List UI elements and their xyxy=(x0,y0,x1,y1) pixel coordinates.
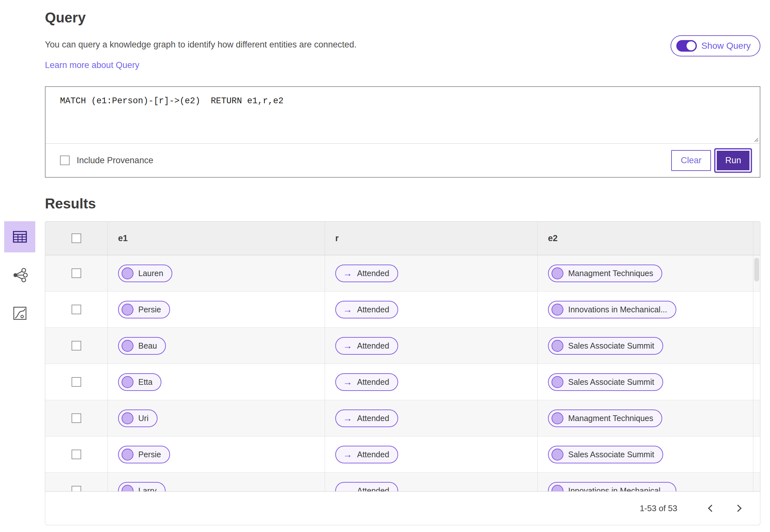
relation-pill[interactable]: → Attended xyxy=(335,265,398,282)
cell-e2: Innovations in Mechanical... xyxy=(538,473,753,492)
query-description: You can query a knowledge graph to ident… xyxy=(45,35,356,50)
table-view-button[interactable] xyxy=(4,221,35,252)
table-row: Lauren → Attended Managment Techniques xyxy=(45,255,760,291)
row-scrollbar-cell xyxy=(753,291,760,327)
entity-pill[interactable]: Sales Associate Summit xyxy=(548,373,663,391)
query-input[interactable]: MATCH (e1:Person)-[r]->(e2) RETURN e1,r,… xyxy=(46,87,760,143)
resize-handle-icon[interactable] xyxy=(753,136,758,142)
row-checkbox[interactable] xyxy=(72,486,81,492)
entity-node-icon xyxy=(552,304,563,316)
cell-e2: Sales Associate Summit xyxy=(538,436,753,472)
cell-e1: Uri xyxy=(108,400,325,436)
row-scrollbar-cell xyxy=(753,436,760,472)
relation-pill[interactable]: → Attended xyxy=(335,373,398,391)
cell-r: → Attended xyxy=(325,328,538,364)
entity-pill[interactable]: Innovations in Mechanical... xyxy=(548,301,676,318)
relation-pill[interactable]: → Attended xyxy=(335,446,398,463)
row-scrollbar-cell xyxy=(753,328,760,364)
column-header-r: r xyxy=(325,222,538,255)
cell-r: → Attended xyxy=(325,473,538,492)
entity-node-icon xyxy=(122,304,133,316)
query-page: Query You can query a knowledge graph to… xyxy=(0,0,770,525)
relation-arrow-icon: → xyxy=(343,269,352,278)
cell-r: → Attended xyxy=(325,255,538,291)
entity-pill[interactable]: Etta xyxy=(118,373,161,391)
row-checkbox-cell xyxy=(45,328,108,364)
entity-pill-label: Lauren xyxy=(138,269,163,278)
entity-node-icon xyxy=(552,485,563,492)
graph-icon xyxy=(12,267,28,283)
entity-node-icon xyxy=(122,485,133,492)
entity-pill[interactable]: Persie xyxy=(118,301,170,318)
entity-pill-label: Persie xyxy=(138,450,161,459)
row-scrollbar-cell xyxy=(753,364,760,400)
pagination-bar: 1-53 of 53 xyxy=(45,491,760,525)
relation-pill-label: Attended xyxy=(357,377,389,387)
relation-pill[interactable]: → Attended xyxy=(335,337,398,355)
row-checkbox[interactable] xyxy=(72,341,81,350)
entity-node-icon xyxy=(552,449,563,460)
row-checkbox[interactable] xyxy=(72,413,81,423)
fit-line-view-button[interactable] xyxy=(4,298,35,329)
row-checkbox[interactable] xyxy=(72,305,81,314)
relation-pill[interactable]: → Attended xyxy=(335,301,398,318)
table-row: Etta → Attended Sales Associate Summit xyxy=(45,364,760,400)
relation-arrow-icon: → xyxy=(343,486,352,492)
entity-pill-label: Larry xyxy=(138,486,156,492)
row-checkbox[interactable] xyxy=(72,377,81,387)
show-query-toggle[interactable]: Show Query xyxy=(671,35,760,56)
entity-pill[interactable]: Uri xyxy=(118,410,157,427)
previous-page-button[interactable] xyxy=(704,502,717,515)
graph-view-button[interactable] xyxy=(4,259,35,291)
entity-pill[interactable]: Persie xyxy=(118,446,170,463)
select-all-checkbox[interactable] xyxy=(72,233,81,243)
entity-pill[interactable]: Sales Associate Summit xyxy=(548,337,663,355)
row-checkbox-cell xyxy=(45,364,108,400)
cell-e2: Sales Associate Summit xyxy=(538,328,753,364)
query-panel: MATCH (e1:Person)-[r]->(e2) RETURN e1,r,… xyxy=(45,86,760,178)
relation-arrow-icon: → xyxy=(343,305,352,314)
row-checkbox-cell xyxy=(45,255,108,291)
row-checkbox-cell xyxy=(45,436,108,472)
entity-pill[interactable]: Larry xyxy=(118,482,165,492)
entity-node-icon xyxy=(122,449,133,460)
cell-r: → Attended xyxy=(325,291,538,327)
entity-pill-label: Innovations in Mechanical... xyxy=(568,305,667,314)
run-button[interactable]: Run xyxy=(715,149,751,172)
entity-node-icon xyxy=(122,376,133,388)
cell-e1: Lauren xyxy=(108,255,325,291)
row-scrollbar-cell xyxy=(753,400,760,436)
entity-node-icon xyxy=(122,340,133,352)
entity-pill-label: Sales Associate Summit xyxy=(568,450,654,459)
header-scrollbar-cell xyxy=(753,222,760,255)
clear-button[interactable]: Clear xyxy=(671,150,711,171)
relation-pill[interactable]: → Attended xyxy=(335,482,398,492)
vertical-scrollbar-thumb[interactable] xyxy=(754,258,759,282)
relation-pill-label: Attended xyxy=(357,414,389,423)
next-page-button[interactable] xyxy=(732,502,745,515)
cell-e1: Persie xyxy=(108,436,325,472)
query-title: Query xyxy=(45,10,760,26)
cell-r: → Attended xyxy=(325,364,538,400)
cell-r: → Attended xyxy=(325,400,538,436)
row-checkbox[interactable] xyxy=(72,268,81,278)
entity-pill[interactable]: Sales Associate Summit xyxy=(548,446,663,463)
show-query-switch-track[interactable] xyxy=(676,40,697,52)
entity-pill[interactable]: Managment Techniques xyxy=(548,265,662,282)
results-title: Results xyxy=(45,196,760,212)
learn-more-link[interactable]: Learn more about Query xyxy=(45,60,139,70)
row-checkbox-cell xyxy=(45,473,108,492)
entity-pill[interactable]: Lauren xyxy=(118,265,172,282)
relation-pill-label: Attended xyxy=(357,341,389,350)
entity-node-icon xyxy=(552,412,563,424)
row-checkbox[interactable] xyxy=(72,450,81,459)
entity-pill[interactable]: Managment Techniques xyxy=(548,410,662,427)
cell-e1: Beau xyxy=(108,328,325,364)
table-row: Uri → Attended Managment Techniques xyxy=(45,400,760,436)
table-body: Lauren → Attended Managment Techniques P… xyxy=(45,255,760,492)
cell-e1: Etta xyxy=(108,364,325,400)
relation-pill[interactable]: → Attended xyxy=(335,410,398,427)
include-provenance-checkbox[interactable] xyxy=(60,156,70,165)
entity-pill[interactable]: Beau xyxy=(118,337,166,355)
entity-pill[interactable]: Innovations in Mechanical... xyxy=(548,482,676,492)
